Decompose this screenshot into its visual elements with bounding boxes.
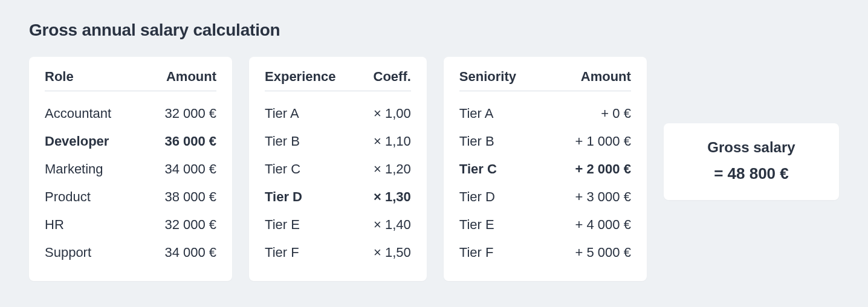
seniority-header: Seniority Amount (459, 69, 631, 91)
result-value: = 48 800 € (681, 164, 822, 183)
result-label: Gross salary (681, 139, 822, 156)
role-row-value: 36 000 € (164, 135, 216, 148)
seniority-row-value: + 0 € (601, 107, 631, 120)
role-row-value: 32 000 € (164, 218, 216, 231)
role-row-value: 32 000 € (164, 107, 216, 120)
seniority-card: Seniority Amount Tier A+ 0 €Tier B+ 1 00… (444, 57, 647, 281)
experience-row-label: Tier E (265, 218, 300, 231)
seniority-row-value: + 5 000 € (575, 246, 631, 259)
seniority-row[interactable]: Tier C+ 2 000 € (459, 155, 631, 183)
experience-row-label: Tier B (265, 135, 300, 148)
role-card: Role Amount Accountant32 000 €Developer3… (29, 57, 232, 281)
role-row[interactable]: Developer36 000 € (45, 128, 216, 155)
role-row-label: Support (45, 246, 91, 259)
experience-row[interactable]: Tier B× 1,10 (265, 128, 411, 155)
role-row-value: 38 000 € (164, 190, 216, 204)
seniority-row-label: Tier F (459, 246, 494, 259)
seniority-row[interactable]: Tier E+ 4 000 € (459, 211, 631, 239)
experience-row[interactable]: Tier F× 1,50 (265, 239, 411, 267)
role-row[interactable]: HR32 000 € (45, 211, 216, 239)
role-row-value: 34 000 € (164, 163, 216, 176)
seniority-row-label: Tier C (459, 163, 497, 176)
role-row-label: Marketing (45, 163, 103, 176)
experience-row-value: × 1,50 (374, 246, 411, 259)
seniority-row-value: + 1 000 € (575, 135, 631, 148)
experience-row[interactable]: Tier D× 1,30 (265, 183, 411, 211)
seniority-row[interactable]: Tier B+ 1 000 € (459, 128, 631, 155)
experience-header-label: Experience (265, 69, 335, 85)
calculator-columns: Role Amount Accountant32 000 €Developer3… (29, 57, 839, 281)
role-row-label: Product (45, 190, 91, 204)
seniority-row[interactable]: Tier F+ 5 000 € (459, 239, 631, 267)
experience-row-value: × 1,10 (374, 135, 411, 148)
role-row[interactable]: Product38 000 € (45, 183, 216, 211)
role-row[interactable]: Marketing34 000 € (45, 155, 216, 183)
role-row[interactable]: Accountant32 000 € (45, 100, 216, 128)
seniority-row-value: + 3 000 € (575, 190, 631, 204)
role-header-label: Role (45, 69, 74, 85)
experience-header: Experience Coeff. (265, 69, 411, 91)
seniority-row-value: + 2 000 € (575, 163, 631, 176)
experience-row-label: Tier A (265, 107, 299, 120)
role-row-value: 34 000 € (164, 246, 216, 259)
experience-row[interactable]: Tier C× 1,20 (265, 155, 411, 183)
seniority-row-value: + 4 000 € (575, 218, 631, 231)
role-row-label: HR (45, 218, 64, 231)
experience-row-label: Tier D (265, 190, 302, 204)
role-row[interactable]: Support34 000 € (45, 239, 216, 267)
role-header-value: Amount (166, 69, 216, 85)
seniority-rows: Tier A+ 0 €Tier B+ 1 000 €Tier C+ 2 000 … (459, 100, 631, 267)
experience-card: Experience Coeff. Tier A× 1,00Tier B× 1,… (249, 57, 427, 281)
role-header: Role Amount (45, 69, 216, 91)
experience-header-value: Coeff. (374, 69, 411, 85)
experience-row-label: Tier C (265, 163, 300, 176)
experience-row-value: × 1,40 (374, 218, 411, 231)
role-row-label: Developer (45, 135, 109, 148)
experience-row-value: × 1,00 (374, 107, 411, 120)
seniority-row[interactable]: Tier A+ 0 € (459, 100, 631, 128)
experience-row-label: Tier F (265, 246, 299, 259)
seniority-header-label: Seniority (459, 69, 516, 85)
seniority-row[interactable]: Tier D+ 3 000 € (459, 183, 631, 211)
experience-row-value: × 1,20 (374, 163, 411, 176)
seniority-row-label: Tier D (459, 190, 495, 204)
experience-row[interactable]: Tier E× 1,40 (265, 211, 411, 239)
experience-row[interactable]: Tier A× 1,00 (265, 100, 411, 128)
role-rows: Accountant32 000 €Developer36 000 €Marke… (45, 100, 216, 267)
seniority-row-label: Tier A (459, 107, 494, 120)
result-card: Gross salary = 48 800 € (664, 123, 839, 200)
seniority-row-label: Tier E (459, 218, 494, 231)
seniority-header-value: Amount (581, 69, 631, 85)
page-title: Gross annual salary calculation (29, 21, 839, 40)
experience-rows: Tier A× 1,00Tier B× 1,10Tier C× 1,20Tier… (265, 100, 411, 267)
seniority-row-label: Tier B (459, 135, 494, 148)
experience-row-value: × 1,30 (374, 190, 411, 204)
role-row-label: Accountant (45, 107, 111, 120)
